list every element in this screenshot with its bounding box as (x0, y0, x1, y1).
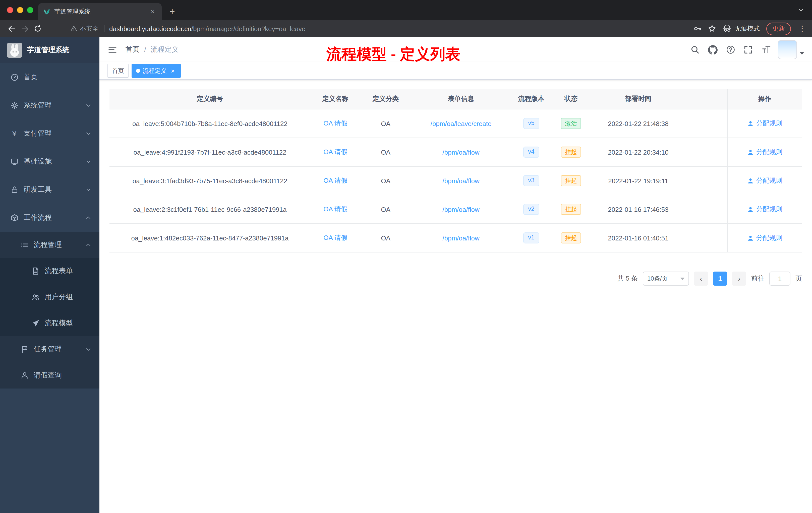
sidebar-item-infrastructure[interactable]: 基础设施 (0, 148, 99, 176)
cell-definition-name: OA 请假 (310, 138, 360, 166)
definition-name-link[interactable]: OA 请假 (323, 119, 347, 128)
assign-rule-label: 分配规则 (756, 205, 782, 214)
cell-actions: 分配规则 (727, 167, 802, 195)
version-badge: v1 (523, 233, 539, 243)
person-icon (747, 177, 754, 184)
logo-avatar (7, 43, 22, 58)
cell-definition-category: OA (360, 224, 411, 252)
sidebar-item-label: 流程模型 (45, 319, 73, 328)
page-content: 定义编号 定义名称 定义分类 表单信息 流程版本 状态 部署时间 操作 oa_l… (99, 80, 812, 513)
tag-item[interactable]: 首页 (108, 64, 128, 78)
goto-page-input[interactable] (769, 272, 790, 285)
assign-rule-button[interactable]: 分配规则 (747, 148, 782, 157)
zoom-window-button[interactable] (27, 7, 33, 13)
sidebar-item-label: 请假查询 (34, 371, 62, 380)
sidebar-item-leave-query[interactable]: 请假查询 (0, 362, 99, 389)
cell-process-version: v1 (511, 224, 551, 252)
sidebar-item-user-group[interactable]: 用户分组 (0, 284, 99, 310)
sidebar-item-process-model[interactable]: 流程模型 (0, 310, 99, 336)
tab-title: 芋道管理系统 (54, 7, 145, 16)
form-info-link[interactable]: /bpm/oa/flow (442, 148, 479, 156)
definition-name-link[interactable]: OA 请假 (323, 148, 347, 157)
sidebar-item-dev-tools[interactable]: 研发工具 (0, 176, 99, 204)
avatar[interactable] (778, 40, 797, 59)
assign-rule-button[interactable]: 分配规则 (747, 176, 782, 185)
sidebar-item-process-management[interactable]: 流程管理 (0, 232, 99, 258)
font-size-icon[interactable] (761, 45, 771, 54)
url-text: dashboard.yudao.iocoder.cn/bpm/manager/d… (109, 25, 305, 32)
cell-status: 挂起 (551, 138, 590, 166)
assign-rule-label: 分配规则 (756, 148, 782, 157)
browser-tab[interactable]: 芋道管理系统 × (38, 3, 162, 20)
github-icon[interactable] (708, 45, 718, 55)
assign-rule-button[interactable]: 分配规则 (747, 233, 782, 242)
assign-rule-button[interactable]: 分配规则 (747, 119, 782, 128)
cell-filler (686, 167, 727, 195)
table-header-row: 定义编号 定义名称 定义分类 表单信息 流程版本 状态 部署时间 操作 (110, 89, 802, 110)
url-path: /bpm/manager/definition?key=oa_leave (191, 25, 306, 32)
divider (104, 25, 104, 32)
minimize-window-button[interactable] (17, 7, 23, 13)
form-info-link[interactable]: /bpm/oa/leave/create (431, 120, 492, 127)
page-label: 页 (795, 274, 802, 283)
form-info-link[interactable]: /bpm/oa/flow (442, 234, 479, 242)
sidebar: 芋道管理系统 首页系统管理¥支付管理基础设施研发工具工作流程流程管理流程表单用户… (0, 37, 99, 513)
assign-rule-label: 分配规则 (756, 176, 782, 185)
window-controls (7, 7, 33, 13)
form-info-link[interactable]: /bpm/oa/flow (442, 177, 479, 184)
incognito-badge: 无痕模式 (723, 24, 760, 33)
new-tab-button[interactable]: + (166, 5, 179, 18)
cell-deploy-time: 2022-01-22 21:48:38 (590, 110, 686, 138)
sidebar-menu: 首页系统管理¥支付管理基础设施研发工具工作流程流程管理流程表单用户分组流程模型任… (0, 63, 99, 389)
tab-search-chevron-icon[interactable] (798, 7, 804, 13)
prev-page-button[interactable]: ‹ (694, 272, 708, 285)
sidebar-item-payment-management[interactable]: ¥支付管理 (0, 119, 99, 148)
sidebar-item-label: 流程表单 (45, 267, 73, 276)
definition-name-link[interactable]: OA 请假 (323, 176, 347, 185)
omnibox[interactable]: 不安全 dashboard.yudao.iocoder.cn/bpm/manag… (70, 24, 688, 33)
hamburger-icon[interactable] (108, 45, 117, 55)
cell-definition-name: OA 请假 (310, 224, 360, 252)
document-icon (31, 267, 40, 275)
sidebar-item-home[interactable]: 首页 (0, 63, 99, 91)
search-icon[interactable] (691, 45, 699, 54)
cell-actions: 分配规则 (727, 110, 802, 138)
definition-table: 定义编号 定义名称 定义分类 表单信息 流程版本 状态 部署时间 操作 oa_l… (110, 89, 802, 252)
browser-menu-kebab-icon[interactable]: ⋮ (798, 24, 807, 33)
chevron-down-icon (85, 159, 91, 164)
back-button[interactable] (5, 22, 18, 35)
sidebar-logo[interactable]: 芋道管理系统 (0, 37, 99, 63)
bookmark-star-icon[interactable] (708, 25, 716, 33)
assign-rule-button[interactable]: 分配规则 (747, 205, 782, 214)
help-icon[interactable] (726, 45, 735, 54)
definition-name-link[interactable]: OA 请假 (323, 205, 347, 214)
breadcrumb-home[interactable]: 首页 (125, 45, 140, 54)
forward-button[interactable] (18, 22, 31, 35)
sidebar-item-process-form[interactable]: 流程表单 (0, 258, 99, 284)
refresh-button[interactable] (31, 22, 44, 35)
sidebar-item-workflow[interactable]: 工作流程 (0, 204, 99, 232)
app-title: 芋道管理系统 (27, 46, 69, 55)
tab-close-icon[interactable]: × (149, 7, 157, 16)
tag-close-icon[interactable]: × (169, 67, 176, 74)
next-page-button[interactable]: › (732, 272, 746, 285)
page-size-select[interactable]: 10条/页 (643, 272, 689, 285)
sidebar-item-system-management[interactable]: 系统管理 (0, 91, 99, 119)
favicon-leaf-icon (43, 8, 50, 15)
sidebar-item-task-management[interactable]: 任务管理 (0, 336, 99, 362)
tag-active[interactable]: 流程定义× (132, 64, 181, 78)
definition-name-link[interactable]: OA 请假 (323, 233, 347, 242)
person-icon (747, 120, 754, 127)
caret-down-icon[interactable] (800, 52, 804, 55)
current-page-button[interactable]: 1 (713, 272, 727, 285)
security-chip[interactable]: 不安全 (70, 24, 99, 33)
key-icon[interactable] (694, 25, 701, 33)
fullscreen-icon[interactable] (744, 45, 753, 54)
cell-definition-name: OA 请假 (310, 195, 360, 223)
table-row: oa_leave:5:004b710b-7b8a-11ec-8ef0-acde4… (110, 110, 802, 138)
cell-filler (686, 110, 727, 138)
close-window-button[interactable] (7, 7, 13, 13)
update-button[interactable]: 更新 (766, 22, 791, 35)
goto-label: 前往 (751, 274, 764, 283)
form-info-link[interactable]: /bpm/oa/flow (442, 206, 479, 213)
